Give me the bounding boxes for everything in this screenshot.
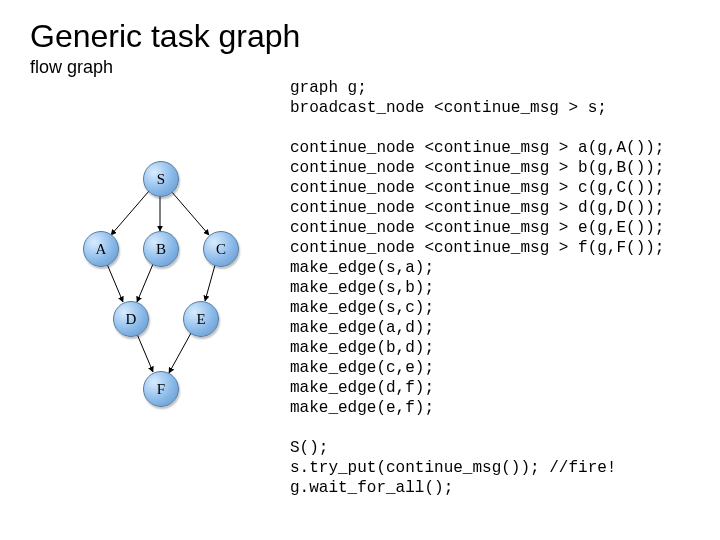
graph-node-s: S	[143, 161, 179, 197]
graph-node-f: F	[143, 371, 179, 407]
code-block-nodes-edges: continue_node <continue_msg > a(g,A()); …	[290, 139, 664, 417]
code-block-run: S(); s.try_put(continue_msg()); //fire! …	[290, 439, 616, 497]
flow-graph-diagram: S A B C D E F	[70, 158, 250, 438]
diagram-container: S A B C D E F	[30, 78, 290, 438]
node-label: S	[157, 171, 165, 188]
node-label: F	[157, 381, 165, 398]
graph-node-b: B	[143, 231, 179, 267]
node-label: A	[96, 241, 107, 258]
svg-line-2	[171, 191, 209, 235]
node-label: C	[216, 241, 226, 258]
node-label: B	[156, 241, 166, 258]
content-row: S A B C D E F graph g; broadcast_node <c…	[30, 78, 690, 498]
svg-line-0	[111, 191, 149, 235]
page-title: Generic task graph	[30, 18, 690, 55]
code-block-init: graph g; broadcast_node <continue_msg > …	[290, 79, 607, 117]
code-listing: graph g; broadcast_node <continue_msg > …	[290, 78, 690, 498]
svg-line-7	[169, 333, 191, 373]
graph-node-a: A	[83, 231, 119, 267]
graph-node-c: C	[203, 231, 239, 267]
svg-line-4	[137, 264, 153, 302]
svg-line-5	[205, 265, 215, 301]
slide: Generic task graph flow graph	[0, 0, 720, 540]
node-label: D	[126, 311, 137, 328]
page-subtitle: flow graph	[30, 57, 690, 78]
svg-line-6	[137, 334, 153, 372]
svg-line-3	[107, 264, 123, 302]
graph-node-e: E	[183, 301, 219, 337]
graph-node-d: D	[113, 301, 149, 337]
node-label: E	[196, 311, 205, 328]
